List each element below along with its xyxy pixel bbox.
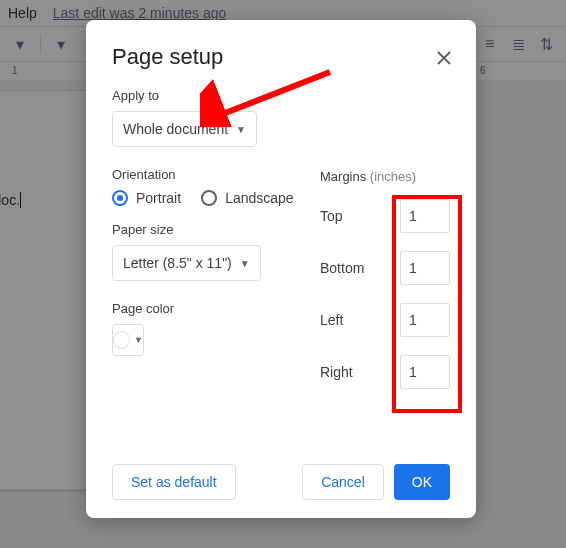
margin-top-input[interactable] (400, 199, 450, 233)
margin-right-input[interactable] (400, 355, 450, 389)
paper-size-dropdown[interactable]: Letter (8.5" x 11") ▼ (112, 245, 261, 281)
set-as-default-button[interactable]: Set as default (112, 464, 236, 500)
radio-icon (112, 190, 128, 206)
paper-size-label: Paper size (112, 222, 298, 237)
cancel-button[interactable]: Cancel (302, 464, 384, 500)
page-color-picker[interactable]: ▼ (112, 324, 144, 356)
radio-icon (201, 190, 217, 206)
dialog-title: Page setup (112, 44, 450, 70)
ok-button[interactable]: OK (394, 464, 450, 500)
close-icon[interactable] (434, 48, 454, 68)
margins-label: Margins (320, 169, 370, 184)
chevron-down-icon: ▼ (236, 124, 246, 135)
margin-right-label: Right (320, 364, 353, 380)
margin-left-label: Left (320, 312, 343, 328)
apply-to-label: Apply to (112, 88, 450, 103)
paper-size-value: Letter (8.5" x 11") (123, 255, 232, 271)
margin-left-input[interactable] (400, 303, 450, 337)
apply-to-value: Whole document (123, 121, 228, 137)
orientation-portrait[interactable]: Portrait (112, 190, 181, 206)
apply-to-dropdown[interactable]: Whole document ▼ (112, 111, 257, 147)
portrait-label: Portrait (136, 190, 181, 206)
margin-bottom-label: Bottom (320, 260, 364, 276)
landscape-label: Landscape (225, 190, 294, 206)
margins-unit: (inches) (370, 169, 416, 184)
page-setup-dialog: Page setup Apply to Whole document ▼ Ori… (86, 20, 476, 518)
chevron-down-icon: ▼ (134, 335, 143, 345)
color-swatch-icon (113, 331, 130, 349)
page-color-label: Page color (112, 301, 298, 316)
orientation-landscape[interactable]: Landscape (201, 190, 294, 206)
orientation-label: Orientation (112, 167, 298, 182)
chevron-down-icon: ▼ (240, 258, 250, 269)
margin-bottom-input[interactable] (400, 251, 450, 285)
margin-top-label: Top (320, 208, 343, 224)
